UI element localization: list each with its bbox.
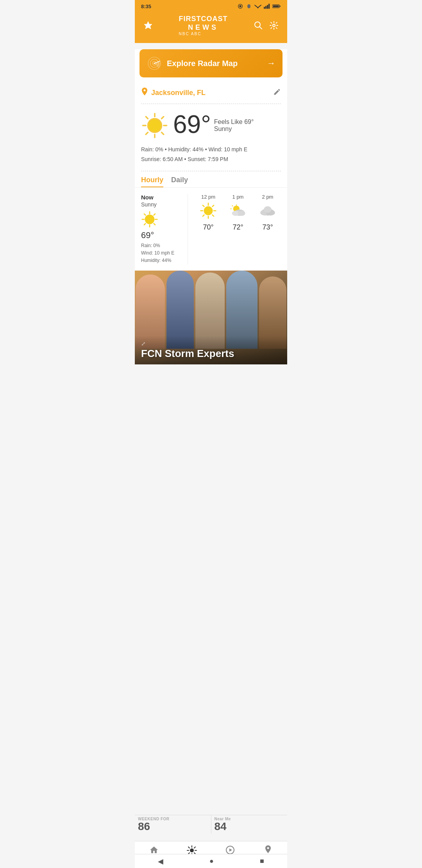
svg-rect-6 [268,4,270,9]
divider-2 [141,171,281,171]
now-sun-icon [141,211,158,228]
battery-icon [272,4,281,9]
location-pin-icon [141,88,148,98]
radar-icon [147,56,162,71]
current-weather: 69° Feels Like 69° Sunny [135,106,287,142]
hour-item-1: 1 pm 72° [224,194,252,265]
hour-item-2: 2 pm 73° [254,194,282,265]
hour-item-3: 3 pm 74° [283,194,287,265]
svg-rect-8 [279,5,280,7]
bookmark-button[interactable] [141,18,155,32]
weather-stats-row2: Sunrise: 6:50 AM • Sunset: 7:59 PM [141,154,281,164]
hour-icon-2 [259,202,276,221]
signal-icon [264,4,270,9]
app-logo: FIRSTCOAST NEWS NBC ABC [155,15,251,36]
svg-line-36 [154,223,156,225]
location-row: Jacksonville, FL [135,84,287,102]
svg-point-19 [144,90,146,91]
status-time: 8:35 [141,4,151,9]
forecast-tabs: Hourly Daily [135,173,287,188]
svg-point-30 [145,214,155,224]
logo-text: FIRSTCOAST NEWS [179,15,228,32]
svg-rect-3 [264,7,265,9]
hour-icon-1 [229,202,247,221]
svg-rect-4 [265,6,266,9]
hourly-section: Now Sunny 69° Rain [135,188,287,271]
svg-line-47 [203,215,204,216]
storm-experts-title: FCN Storm Experts [141,348,234,359]
svg-line-12 [259,27,262,29]
storm-experts-banner[interactable]: ⤢ FCN Storm Experts [135,271,287,364]
tab-hourly[interactable]: Hourly [141,176,163,187]
svg-line-28 [146,133,148,135]
tab-daily[interactable]: Daily [171,176,188,187]
now-temp: 69° [141,230,181,240]
pin-icon [141,88,148,96]
svg-point-13 [273,24,275,27]
svg-point-54 [238,211,245,216]
current-temp: 69° [173,112,211,137]
svg-marker-10 [144,22,152,29]
svg-point-29 [148,119,161,132]
settings-icon [269,21,279,30]
svg-rect-9 [273,5,279,7]
sunrise-stat: Sunrise: 6:50 AM [141,156,183,162]
divider-1 [141,104,281,104]
hour-item-0: 12 pm 70° [194,194,222,265]
now-card: Now Sunny 69° Rain [141,194,188,265]
condition: Sunny [214,126,254,133]
svg-line-26 [162,133,164,135]
weather-details: Rain: 0% • Humidity: 44% • Wind: 10 mph … [135,142,287,169]
edit-location-button[interactable] [273,88,281,98]
rain-stat: Rain: 0% [141,146,163,152]
status-bar: 8:35 [135,0,287,11]
status-icons [237,3,281,9]
svg-point-58 [264,206,272,212]
svg-line-46 [213,205,214,206]
now-label: Now [141,194,181,201]
expand-icon: ⤢ [141,341,281,347]
svg-line-27 [162,117,164,118]
settings-button[interactable] [267,18,281,32]
hour-icon-0 [200,202,217,221]
now-condition-label: Sunny [141,201,181,208]
weather-stats-row1: Rain: 0% • Humidity: 44% • Wind: 10 mph … [141,145,281,154]
parrot-icon [246,3,252,9]
now-details: Rain: 0% Wind: 10 mph E Humidity: 44% [141,242,181,265]
feels-like: Feels Like 69° [214,118,254,126]
hourly-grid: Now Sunny 69° Rain [141,194,281,265]
svg-rect-5 [267,5,268,9]
temp-group: 69° Feels Like 69° Sunny [173,112,254,137]
app-header: FIRSTCOAST NEWS NBC ABC [135,11,287,43]
main-content: Explore Radar Map → Jacksonville, FL [135,49,287,364]
radar-text: Explore Radar Map [167,59,267,68]
search-button[interactable] [251,18,265,32]
location-left: Jacksonville, FL [141,88,206,98]
svg-line-45 [213,215,214,216]
storm-overlay: ⤢ FCN Storm Experts [135,336,287,364]
humidity-stat: Humidity: 44% [168,146,204,152]
edit-icon [273,88,281,96]
location-name: Jacksonville, FL [151,89,206,97]
svg-line-50 [232,205,233,206]
hourly-items: 12 pm 70° 1 pm 72° 2 pm 73° 3 pm [194,194,287,265]
star-icon [143,21,153,30]
wind-stat: Wind: 10 mph E [208,146,247,152]
svg-line-25 [146,117,148,118]
current-sun-icon [141,112,168,139]
svg-line-44 [203,205,204,206]
weather-desc: Feels Like 69° Sunny [214,116,254,133]
svg-point-2 [257,7,259,8]
svg-line-38 [144,223,146,225]
search-icon [254,21,263,30]
svg-line-35 [144,213,146,215]
logo-sub: NBC ABC [179,32,228,36]
radar-arrow-icon: → [267,58,275,68]
svg-point-39 [204,206,213,215]
radar-banner[interactable]: Explore Radar Map → [139,49,283,77]
svg-line-37 [154,213,156,215]
wifi-icon [254,4,261,9]
svg-point-1 [247,4,250,9]
sunset-stat: Sunset: 7:59 PM [188,156,228,162]
heart-icon [237,3,243,9]
